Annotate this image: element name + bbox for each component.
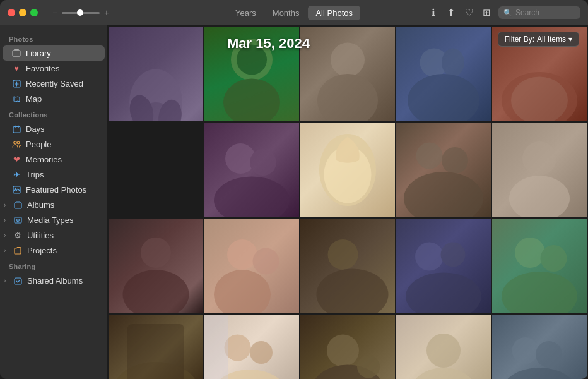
sidebar-section-collections: Collections <box>0 106 107 121</box>
zoom-thumb <box>77 9 83 16</box>
sidebar-item-recently-saved[interactable]: Recently Saved <box>3 76 105 91</box>
tab-all-photos[interactable]: All Photos <box>308 6 360 20</box>
zoom-control: − + <box>50 8 111 18</box>
filter-bar: Filter By: All Items ▾ <box>498 32 579 47</box>
svg-point-25 <box>408 74 479 121</box>
recently-saved-icon <box>11 78 21 88</box>
media-types-chevron-icon: › <box>4 217 6 224</box>
sidebar: Photos Library ♥ Favorites <box>0 25 107 379</box>
zoom-minus-icon[interactable]: − <box>50 8 59 18</box>
sidebar-item-trips-label: Trips <box>26 170 44 179</box>
photo-cell[interactable] <box>204 315 299 379</box>
svg-point-64 <box>502 368 577 379</box>
svg-point-44 <box>317 269 389 314</box>
svg-point-34 <box>442 147 468 174</box>
sidebar-item-people[interactable]: People <box>3 136 105 152</box>
svg-point-45 <box>415 243 444 271</box>
svg-point-48 <box>515 238 545 268</box>
sidebar-item-shared-albums-label: Shared Albums <box>27 276 83 286</box>
content-area: Mar 15, 2024 Filter By: All Items ▾ <box>107 25 588 379</box>
sidebar-item-media-types[interactable]: › Media Types <box>3 212 105 227</box>
sidebar-item-projects-label: Projects <box>27 246 57 255</box>
photo-cell[interactable] <box>492 219 587 313</box>
traffic-lights <box>8 9 38 16</box>
search-input[interactable] <box>515 8 575 17</box>
svg-point-62 <box>512 337 539 364</box>
svg-point-59 <box>357 356 380 378</box>
tab-months[interactable]: Months <box>265 6 307 20</box>
photo-cell[interactable] <box>300 27 395 121</box>
photo-cell[interactable] <box>109 219 203 313</box>
search-bar[interactable]: 🔍 <box>498 6 580 19</box>
sidebar-item-favorites[interactable]: ♥ Favorites <box>3 61 105 76</box>
photo-cell[interactable] <box>492 315 587 379</box>
svg-point-22 <box>317 74 378 121</box>
map-icon <box>11 93 21 104</box>
zoom-slider[interactable] <box>62 12 100 14</box>
svg-point-47 <box>406 273 481 314</box>
crop-icon[interactable]: ⊞ <box>481 7 492 18</box>
sidebar-item-featured-photos[interactable]: Featured Photos <box>3 182 105 197</box>
heart-icon[interactable]: ♡ <box>463 7 474 18</box>
maximize-button[interactable] <box>30 9 38 16</box>
svg-point-63 <box>536 341 562 368</box>
share-icon[interactable]: ⬆ <box>445 7 457 18</box>
close-button[interactable] <box>8 9 15 16</box>
photo-cell[interactable] <box>396 219 491 313</box>
filter-button[interactable]: Filter By: All Items ▾ <box>498 32 579 47</box>
library-icon <box>11 48 21 58</box>
svg-rect-0 <box>13 51 20 56</box>
sidebar-item-map-label: Map <box>26 94 42 104</box>
view-tabs: Years Months All Photos <box>228 6 360 20</box>
svg-rect-11 <box>15 217 21 223</box>
photo-cell[interactable] <box>204 219 299 313</box>
photo-cell[interactable] <box>396 123 491 217</box>
sidebar-item-trips[interactable]: ✈ Trips <box>3 167 105 182</box>
sidebar-item-shared-albums[interactable]: › Shared Albums <box>3 273 105 288</box>
svg-point-29 <box>250 149 276 176</box>
sidebar-item-albums-label: Albums <box>27 200 54 210</box>
svg-point-7 <box>17 141 20 144</box>
sidebar-item-recently-saved-label: Recently Saved <box>26 79 83 88</box>
media-types-icon <box>13 215 23 225</box>
svg-point-53 <box>225 335 251 361</box>
photo-cell[interactable] <box>300 123 395 217</box>
shared-albums-chevron-icon: › <box>4 277 6 284</box>
sidebar-item-days-label: Days <box>26 124 45 134</box>
svg-rect-3 <box>13 126 20 133</box>
filter-label: Filter By: <box>505 35 534 44</box>
filter-chevron-icon: ▾ <box>568 35 572 44</box>
tab-years[interactable]: Years <box>228 6 264 20</box>
sidebar-item-projects[interactable]: › Projects <box>3 243 105 258</box>
albums-chevron-icon: › <box>4 202 6 208</box>
featured-photos-icon <box>11 184 21 195</box>
sidebar-item-days[interactable]: Days <box>3 121 105 136</box>
zoom-plus-icon[interactable]: + <box>102 8 111 18</box>
sidebar-item-map[interactable]: Map <box>3 91 105 106</box>
filter-value: All Items <box>537 35 566 44</box>
photo-cell[interactable] <box>109 315 203 379</box>
photo-cell[interactable] <box>300 219 395 313</box>
photo-grid <box>107 25 588 379</box>
sidebar-item-library[interactable]: Library <box>3 45 105 61</box>
projects-icon <box>13 245 23 255</box>
photo-cell[interactable] <box>204 123 299 217</box>
svg-point-21 <box>331 43 365 77</box>
photo-cell[interactable] <box>109 27 203 121</box>
info-icon[interactable]: ℹ <box>428 7 439 18</box>
photo-cell[interactable] <box>396 315 491 379</box>
svg-point-39 <box>123 270 189 313</box>
days-icon <box>11 124 21 134</box>
date-label: Mar 15, 2024 <box>227 35 310 52</box>
sidebar-item-library-label: Library <box>26 49 51 58</box>
sidebar-item-albums[interactable]: › Albums <box>3 197 105 212</box>
photo-cell[interactable] <box>492 123 587 217</box>
sidebar-item-memories[interactable]: ❤ Memories <box>3 152 105 167</box>
utilities-icon: ⚙ <box>13 230 23 240</box>
minimize-button[interactable] <box>19 9 26 16</box>
photo-cell[interactable] <box>396 27 491 121</box>
sidebar-item-media-types-label: Media Types <box>27 215 73 225</box>
photo-cell[interactable] <box>300 315 395 379</box>
sidebar-item-utilities[interactable]: › ⚙ Utilities <box>3 227 105 243</box>
utilities-chevron-icon: › <box>4 232 6 239</box>
